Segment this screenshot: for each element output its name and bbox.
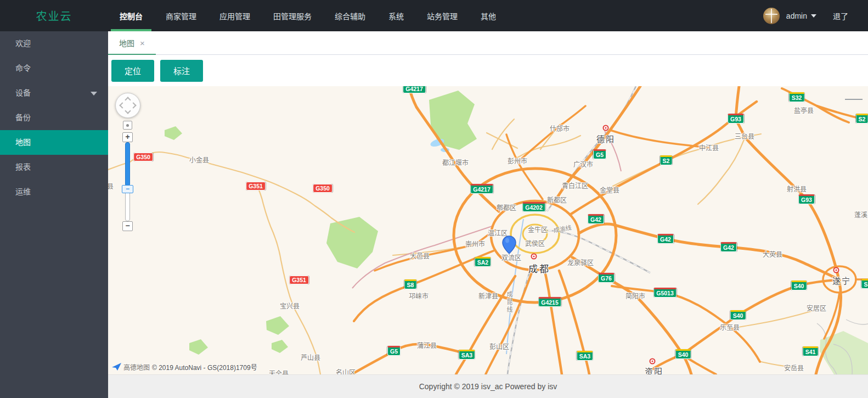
pan-right-icon[interactable]: [130, 102, 136, 108]
city-marker-icon: [833, 267, 839, 273]
top-navbar: 农业云 控制台商家管理应用管理田管理服务综合辅助系统站务管理其他 admin 退…: [0, 0, 868, 31]
map-center-button[interactable]: [123, 121, 132, 130]
map-city-label: 安岳县: [784, 363, 804, 372]
railway-label: 成渝线: [553, 222, 572, 234]
sidebar-item[interactable]: 备份: [0, 105, 108, 130]
amap-logo-icon: [112, 363, 122, 371]
tab-label: 地图: [119, 37, 134, 48]
map-attribution: 高德地图 © 2019 AutoNavi - GS(2018)1709号: [112, 362, 257, 372]
road-badge: S40: [730, 310, 746, 320]
road-badge: G42: [588, 214, 604, 224]
map-city-label: 彭山区: [489, 341, 509, 351]
sidebar-item[interactable]: 地图: [0, 130, 108, 155]
road-badge: G93: [728, 114, 744, 124]
map-pin-marker[interactable]: [502, 236, 516, 254]
map-city-label: 资阳: [645, 365, 663, 375]
sidebar-item[interactable]: 报表: [0, 155, 108, 180]
zoom-out-button[interactable]: −: [122, 221, 133, 231]
road-badge: G351: [246, 182, 266, 190]
map-toolbar: 定位标注: [108, 55, 868, 86]
chevron-down-icon: [91, 92, 97, 96]
content-area: 地图× 定位标注: [108, 31, 868, 398]
map-city-label: 新都区: [547, 195, 567, 204]
tab-map[interactable]: 地图×: [108, 31, 156, 54]
map-city-label: 小金县: [189, 155, 209, 164]
nav-item[interactable]: 综合辅助: [323, 0, 377, 31]
map-city-label: 乐至县: [720, 322, 740, 332]
road-badge: G76: [598, 273, 615, 283]
road-badge: G4202: [522, 202, 545, 212]
tab-bar: 地图×: [108, 31, 868, 55]
map-scale-bar: [845, 99, 863, 100]
map-overlays: 什邡市盐亭县三台县中江县小金县都江堰市彭州市广汉市青白江区金堂县射洪县新都区郫都…: [108, 86, 868, 374]
road-badge: S8: [404, 279, 417, 289]
app-logo: 农业云: [0, 0, 108, 31]
close-icon[interactable]: ×: [140, 38, 145, 48]
map-city-label: 蒲江县: [417, 340, 437, 350]
main-nav: 控制台商家管理应用管理田管理服务综合辅助系统站务管理其他: [108, 0, 508, 31]
map-city-label: 成都: [528, 261, 550, 275]
road-badge: G4215: [538, 297, 561, 307]
road-badge: G351: [289, 276, 309, 284]
map-city-label: 芦山县: [301, 352, 320, 362]
map-city-label: 彭州市: [508, 156, 527, 165]
map-city-label: 邛崃市: [409, 291, 429, 300]
map-city-label: 新津县: [478, 291, 498, 300]
footer-copyright: Copyright © 2019 isv_ac Powered by isv: [419, 382, 557, 391]
map-city-label: 龙泉驿区: [567, 257, 594, 267]
map-city-label: 德阳: [596, 133, 615, 144]
locate-button[interactable]: 定位: [111, 60, 154, 82]
sidebar-item[interactable]: 命令: [0, 56, 108, 81]
sidebar-item[interactable]: 设备: [0, 81, 108, 105]
map-city-label: 崇州市: [465, 239, 485, 248]
sidebar: 欢迎命令设备备份地图报表运维: [0, 31, 108, 398]
nav-item[interactable]: 田管理服务: [262, 0, 323, 31]
mark-button[interactable]: 标注: [160, 60, 203, 82]
chevron-down-icon: [811, 14, 816, 18]
sidebar-item[interactable]: 欢迎: [0, 31, 108, 56]
zoom-slider-handle[interactable]: −: [122, 185, 133, 193]
road-badge: S40: [791, 281, 807, 290]
map-city-label: 宝兴县: [280, 301, 300, 310]
sidebar-item[interactable]: 运维: [0, 180, 108, 204]
road-badge: G42: [720, 242, 737, 252]
road-badge: SA3: [459, 350, 475, 360]
logout-button[interactable]: 退了: [833, 10, 848, 21]
user-menu[interactable]: admin: [786, 12, 816, 20]
city-marker-icon: [650, 358, 656, 365]
map-city-label: 郫都区: [497, 203, 516, 212]
nav-item[interactable]: 控制台: [108, 0, 154, 31]
user-name-label: admin: [786, 12, 807, 20]
map-city-label: 名山区: [336, 367, 356, 375]
railway-label: 成昆线: [505, 291, 514, 314]
map-city-label: 简阳市: [625, 291, 645, 300]
zoom-slider[interactable]: [125, 142, 130, 221]
road-badge: G4217: [470, 184, 493, 194]
pan-left-icon[interactable]: [119, 102, 125, 108]
map-pan-control[interactable]: [115, 93, 140, 118]
zoom-in-button[interactable]: +: [122, 132, 133, 142]
nav-item[interactable]: 系统: [377, 0, 415, 31]
road-badge: S2: [660, 155, 673, 165]
road-badge: G4217: [403, 86, 426, 93]
map-city-label: 天全县: [269, 368, 289, 375]
map-canvas[interactable]: 什邡市盐亭县三台县中江县小金县都江堰市彭州市广汉市青白江区金堂县射洪县新都区郫都…: [108, 86, 868, 374]
amap-brand-link[interactable]: 高德地图: [123, 362, 150, 372]
road-badge: S2: [856, 114, 868, 124]
road-badge: S41: [803, 346, 819, 356]
map-city-label: 武侯区: [525, 238, 545, 248]
zoom-slider-fill: [125, 142, 130, 186]
user-avatar[interactable]: [763, 8, 780, 24]
nav-item[interactable]: 站务管理: [415, 0, 469, 31]
map-city-label: 金牛区: [528, 225, 548, 234]
map-city-label: 什邡市: [550, 124, 570, 133]
pan-down-icon[interactable]: [125, 108, 131, 114]
road-badge: G350: [313, 184, 332, 193]
road-badge: G93: [798, 194, 815, 204]
nav-item[interactable]: 其他: [469, 0, 508, 31]
pan-up-icon[interactable]: [125, 97, 131, 103]
map-city-label: 都江堰市: [442, 158, 469, 167]
map-city-label: 盐亭县: [794, 105, 814, 115]
nav-item[interactable]: 应用管理: [208, 0, 262, 31]
nav-item[interactable]: 商家管理: [154, 0, 208, 31]
